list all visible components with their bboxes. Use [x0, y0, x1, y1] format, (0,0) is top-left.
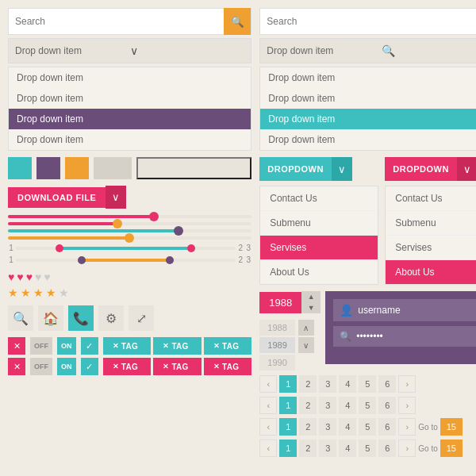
- heart-icon[interactable]: ♥: [17, 271, 23, 283]
- page-button-2[interactable]: 2: [299, 375, 317, 393]
- home-icon-box[interactable]: 🏠: [38, 305, 63, 331]
- next-page-button[interactable]: ›: [398, 418, 416, 436]
- menu-item[interactable]: Contact Us: [386, 186, 476, 211]
- range-thumb-left[interactable]: [78, 256, 86, 264]
- stepper-down-button[interactable]: ▼: [301, 302, 321, 313]
- page-button-6[interactable]: 6: [378, 397, 396, 414]
- off-button[interactable]: OFF: [30, 358, 52, 375]
- page-button-1[interactable]: 1: [279, 418, 297, 436]
- range-thumb-left[interactable]: [56, 244, 63, 252]
- tag-x[interactable]: ✕: [213, 363, 220, 370]
- page-button-5[interactable]: 5: [359, 397, 376, 414]
- heart-icon-empty[interactable]: ♥: [35, 271, 41, 283]
- tag-x[interactable]: ✕: [113, 363, 119, 370]
- slider-track[interactable]: [8, 236, 251, 240]
- page-button-4[interactable]: 4: [339, 375, 356, 393]
- menu-item-active[interactable]: Servises: [260, 236, 378, 260]
- orange-button[interactable]: [65, 157, 89, 179]
- stepper-up-button[interactable]: ▲: [301, 291, 321, 302]
- year-item[interactable]: 1989: [259, 337, 294, 353]
- slider-track[interactable]: [8, 222, 251, 225]
- page-button-2[interactable]: 2: [299, 440, 317, 457]
- on-button[interactable]: ON: [57, 337, 76, 355]
- slider-thumb[interactable]: [113, 219, 122, 228]
- search-icon-box[interactable]: 🔍: [8, 305, 33, 331]
- menu-item[interactable]: Contact Us: [260, 186, 378, 211]
- range-thumb-right[interactable]: [187, 244, 195, 252]
- menu-item[interactable]: Submenu: [260, 211, 378, 236]
- tag-x[interactable]: ✕: [213, 342, 220, 350]
- page-button-5[interactable]: 5: [359, 440, 376, 457]
- prev-page-button[interactable]: ‹: [259, 418, 277, 436]
- page-button-4[interactable]: 4: [339, 397, 356, 414]
- list-item-active[interactable]: Drop down item: [9, 109, 251, 129]
- search-button-1[interactable]: 🔍: [224, 8, 251, 35]
- prev-page-button[interactable]: ‹: [259, 397, 277, 414]
- goto-button[interactable]: 15: [440, 418, 463, 436]
- tag-pink[interactable]: ✕TAG: [103, 358, 152, 375]
- search-input-2[interactable]: [260, 16, 476, 27]
- wide-gray-button[interactable]: [136, 157, 251, 179]
- list-item[interactable]: Drop down item: [9, 88, 251, 109]
- page-button-3[interactable]: 3: [319, 440, 336, 457]
- page-button-6[interactable]: 6: [378, 375, 396, 393]
- range-track[interactable]: [16, 259, 236, 262]
- page-button-5[interactable]: 5: [359, 375, 376, 393]
- page-button-4[interactable]: 4: [339, 440, 356, 457]
- tag-teal[interactable]: ✕TAG: [153, 337, 202, 355]
- page-button-2[interactable]: 2: [299, 397, 317, 414]
- menu-item[interactable]: About Us: [260, 260, 378, 284]
- dropdown-button-pink[interactable]: DROPDOWN ∨: [385, 157, 476, 181]
- list-item[interactable]: Drop down item: [260, 67, 476, 88]
- tag-x[interactable]: ✕: [163, 363, 169, 370]
- download-arrow-button[interactable]: ∨: [106, 186, 126, 209]
- year-down-button[interactable]: ∨: [298, 337, 314, 353]
- x-button[interactable]: ✕: [8, 358, 25, 375]
- year-item[interactable]: 1990: [259, 355, 294, 370]
- tag-pink[interactable]: ✕TAG: [204, 358, 252, 375]
- star-icon[interactable]: ★: [46, 286, 56, 299]
- purple-button[interactable]: [36, 157, 60, 179]
- username-input[interactable]: [358, 305, 476, 316]
- tag-pink[interactable]: ✕TAG: [153, 358, 202, 375]
- phone-icon-box[interactable]: 📞: [68, 305, 94, 331]
- page-button-3[interactable]: 3: [319, 397, 336, 414]
- menu-item[interactable]: Servises: [386, 236, 476, 260]
- search-input-1[interactable]: [9, 16, 224, 27]
- teal-button[interactable]: [8, 157, 32, 179]
- tag-teal[interactable]: ✕TAG: [204, 337, 252, 355]
- page-button-1[interactable]: 1: [279, 375, 297, 393]
- slider-thumb[interactable]: [125, 233, 134, 243]
- tag-teal[interactable]: ✕TAG: [103, 337, 152, 355]
- page-button-4[interactable]: 4: [339, 418, 356, 436]
- slider-track[interactable]: [8, 215, 251, 218]
- gear-icon-box[interactable]: ⚙: [98, 305, 124, 331]
- dropdown-select-1[interactable]: Drop down item ∨: [8, 38, 251, 63]
- star-icon[interactable]: ★: [21, 286, 31, 299]
- page-button-2[interactable]: 2: [299, 418, 317, 436]
- list-item[interactable]: Drop down item: [9, 129, 251, 150]
- list-item[interactable]: Drop down item: [260, 88, 476, 109]
- heart-icon[interactable]: ♥: [8, 271, 14, 283]
- prev-page-button[interactable]: ‹: [259, 440, 277, 457]
- page-button-3[interactable]: 3: [319, 418, 336, 436]
- dropdown-select-2[interactable]: Drop down item 🔍: [259, 38, 476, 63]
- page-button-3[interactable]: 3: [319, 375, 336, 393]
- page-button-1[interactable]: 1: [279, 440, 297, 457]
- slider-thumb[interactable]: [149, 212, 159, 221]
- list-item[interactable]: Drop down item: [9, 67, 251, 88]
- page-button-6[interactable]: 6: [378, 440, 396, 457]
- star-icon-empty[interactable]: ★: [59, 286, 69, 299]
- x-button[interactable]: ✕: [8, 337, 25, 355]
- tag-x[interactable]: ✕: [163, 342, 169, 350]
- year-up-button[interactable]: ∧: [298, 320, 314, 336]
- star-icon[interactable]: ★: [8, 286, 18, 299]
- on-button[interactable]: ON: [57, 358, 76, 375]
- page-button-5[interactable]: 5: [359, 418, 376, 436]
- prev-page-button[interactable]: ‹: [259, 375, 277, 393]
- next-page-button[interactable]: ›: [398, 440, 416, 457]
- tag-x[interactable]: ✕: [113, 342, 119, 350]
- gray-button[interactable]: [94, 157, 132, 179]
- password-input[interactable]: [356, 331, 475, 342]
- page-button-6[interactable]: 6: [378, 418, 396, 436]
